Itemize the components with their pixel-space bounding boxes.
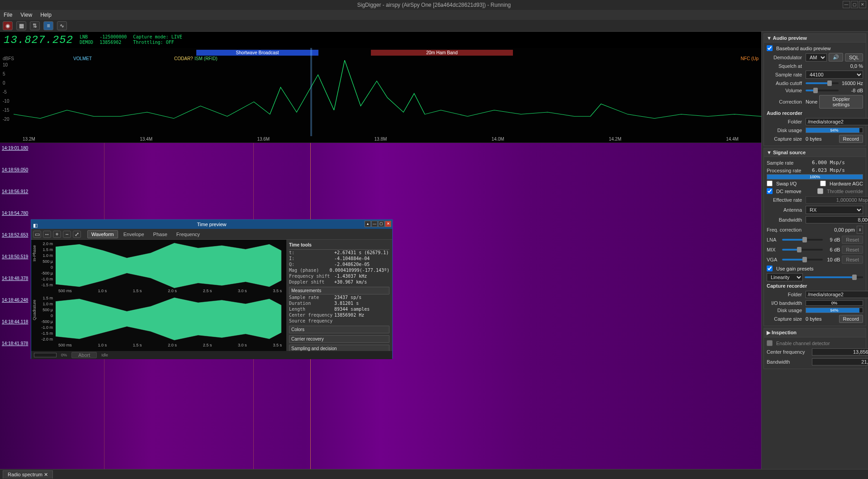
dialog-titlebar[interactable]: ◧ Time preview ▴ — ▢ ✕ [31, 220, 392, 229]
cutoff-slider[interactable] [806, 82, 839, 84]
presets-label: Use gain presets [776, 266, 814, 271]
zoom-fit-icon[interactable]: ⤢ [73, 231, 81, 238]
speaker-button[interactable]: 🔊 [829, 53, 843, 62]
waveform-canvas[interactable]: In-Phase Quadrature 2.0 m1.5 m1.0 m500 µ… [31, 240, 286, 351]
enable-detector-label: Enable channel detector [776, 341, 830, 346]
mix-reset[interactable]: Reset [842, 246, 863, 254]
fft-spectrum[interactable]: dBFS 10 5 0 -5 -10 -15 -20 Shortwave Bro… [0, 48, 761, 143]
window-maximize-icon[interactable]: ▢ [851, 1, 858, 8]
zoom-out-icon[interactable]: − [63, 231, 71, 238]
menu-help[interactable]: Help [40, 12, 52, 18]
audio-folder-input[interactable] [806, 118, 868, 125]
record-button[interactable]: ◉ [3, 21, 13, 30]
waveform-button[interactable]: ∿ [57, 21, 67, 30]
spectrum-button[interactable]: ≡ [43, 21, 53, 30]
swap-iq-checkbox[interactable] [767, 180, 773, 186]
volume-label: Volume [767, 88, 804, 93]
cap-size-value: 0 bytes [806, 316, 837, 322]
snapshot-button[interactable]: ▦ [16, 21, 26, 30]
section-colors[interactable]: Colors [289, 326, 389, 333]
lna-value: 9 dB [825, 237, 840, 242]
dialog-minimize-icon[interactable]: — [371, 221, 378, 227]
collapse-icon[interactable]: ▼ [767, 35, 773, 41]
tab-envelope[interactable]: Envelope [120, 231, 148, 238]
preset-select[interactable]: Linearity [767, 273, 803, 281]
hw-agc-checkbox[interactable] [820, 180, 826, 186]
tab-frequency[interactable]: Frequency [173, 231, 204, 238]
squelch-label: Squelch at [767, 63, 804, 69]
cap-disk-bar: 94% [806, 308, 863, 313]
collapse-icon[interactable]: ▶ [767, 330, 772, 335]
throttling-label: Throttling: [133, 40, 163, 45]
bw-input[interactable] [806, 216, 868, 223]
tab-phase[interactable]: Phase [150, 231, 171, 238]
inspection-panel: ▶ Inspection Enable channel detector Cen… [764, 328, 866, 369]
vga-slider[interactable] [782, 259, 823, 261]
time-preview-dialog[interactable]: ◧ Time preview ▴ — ▢ ✕ ▭ ↔ + − ⤢ Wavefor… [31, 219, 393, 359]
processing-progress: 100% [767, 174, 863, 180]
shortwave-band-label: Shortwave Broadcast [196, 50, 318, 56]
preset-slider[interactable] [805, 276, 863, 278]
sr-label: Sample rate [767, 160, 810, 166]
doppler-settings-button[interactable]: Doppler settings [819, 95, 863, 109]
tab-waveform[interactable]: Waveform [87, 230, 118, 238]
dc-remove-checkbox[interactable] [767, 188, 773, 194]
lna-reset[interactable]: Reset [842, 236, 863, 244]
cap-record-button[interactable]: Record [839, 315, 863, 323]
tab-radio-spectrum[interactable]: Radio spectrum ✕ [3, 470, 53, 479]
side-panel: ▼ Audio preview Baseband audio preview D… [761, 32, 868, 469]
dialog-roll-icon[interactable]: ▴ [365, 221, 371, 227]
cap-folder-input[interactable] [806, 291, 868, 298]
disk-usage-label: Disk usage [767, 128, 804, 133]
ibw-input[interactable] [812, 358, 868, 365]
window-close-icon[interactable]: ✕ [859, 1, 866, 8]
antenna-select[interactable]: RX [806, 206, 863, 214]
window-title: SigDigger - airspy (AirSpy One [26a464dc… [357, 2, 511, 8]
folder-label: Folder [767, 119, 804, 124]
sql-button[interactable]: SQL [845, 53, 863, 62]
time-tools-header: Time tools [289, 242, 389, 250]
wave-y-axis-top: 2.0 m1.5 m1.0 m500 µ0-500 µ-1.0 m-1.5 m [37, 242, 53, 289]
baseband-checkbox[interactable] [767, 45, 773, 51]
dialog-close-icon[interactable]: ✕ [385, 221, 391, 227]
samplerate-select[interactable]: 44100 [806, 71, 863, 79]
lna-label: LNA [767, 237, 780, 242]
capture-mode-value: LIVE [171, 34, 182, 39]
lna-slider[interactable] [782, 239, 823, 241]
audio-record-button[interactable]: Record [839, 135, 863, 143]
volume-slider[interactable] [806, 90, 839, 91]
x-tick: 13.2M [23, 137, 35, 142]
zoom-in-icon[interactable]: + [53, 231, 61, 238]
lnb-label: LNB [80, 34, 88, 39]
section-sampling-decision[interactable]: Sampling and decision [289, 345, 389, 351]
fc-stepper[interactable]: ⇕ [857, 226, 863, 234]
levels-button[interactable]: ⇅ [30, 21, 40, 30]
measurements-header[interactable]: Measurements [289, 287, 389, 294]
presets-checkbox[interactable] [767, 266, 773, 271]
menu-file[interactable]: File [4, 12, 12, 18]
dialog-maximize-icon[interactable]: ▢ [378, 221, 384, 227]
cf-input[interactable] [812, 348, 868, 356]
tab-close-icon[interactable]: ✕ [44, 472, 48, 477]
menu-view[interactable]: View [20, 12, 32, 18]
abort-button[interactable]: Abort [71, 352, 97, 358]
mix-slider[interactable] [782, 249, 823, 251]
pan-tool-icon[interactable]: ↔ [43, 231, 51, 238]
window-minimize-icon[interactable]: — [843, 1, 850, 8]
demodulator-select[interactable]: AM [806, 53, 827, 62]
throttle-checkbox[interactable] [817, 188, 823, 194]
waterfall-timestamp: 14:18:41.978 [2, 341, 28, 346]
enable-detector-checkbox[interactable] [767, 340, 773, 346]
select-tool-icon[interactable]: ▭ [33, 231, 41, 238]
waterfall-timestamp: 14:18:46.248 [2, 298, 28, 303]
channel-marker[interactable] [310, 48, 312, 136]
collapse-icon[interactable]: ▼ [767, 150, 773, 155]
waterfall-timestamp: 14:18:50.519 [2, 254, 28, 259]
tuned-frequency[interactable]: 13.827.252 [4, 34, 73, 46]
section-carrier-recovery[interactable]: Carrier recovery [289, 335, 389, 343]
dialog-status-bar: 0% Abort Idle [31, 351, 392, 359]
inspection-title: Inspection [772, 330, 797, 335]
progress-percent: 0% [61, 353, 67, 357]
vga-reset[interactable]: Reset [842, 256, 863, 264]
frequency-info-bar: 13.827.252 LNB DEMOD -125000000 13856902… [0, 32, 761, 48]
